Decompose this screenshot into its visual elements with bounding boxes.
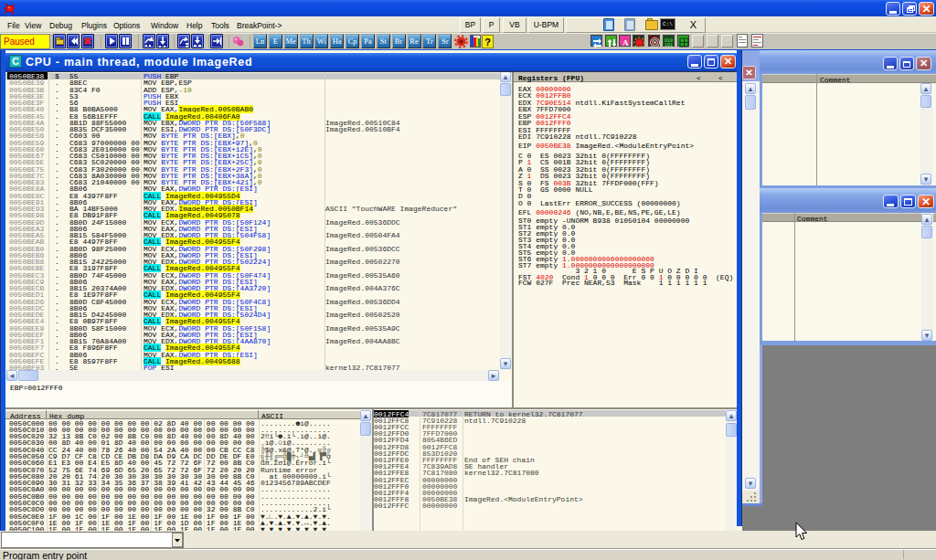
svg-text:101: 101	[665, 43, 673, 48]
svg-text:A: A	[622, 38, 629, 48]
